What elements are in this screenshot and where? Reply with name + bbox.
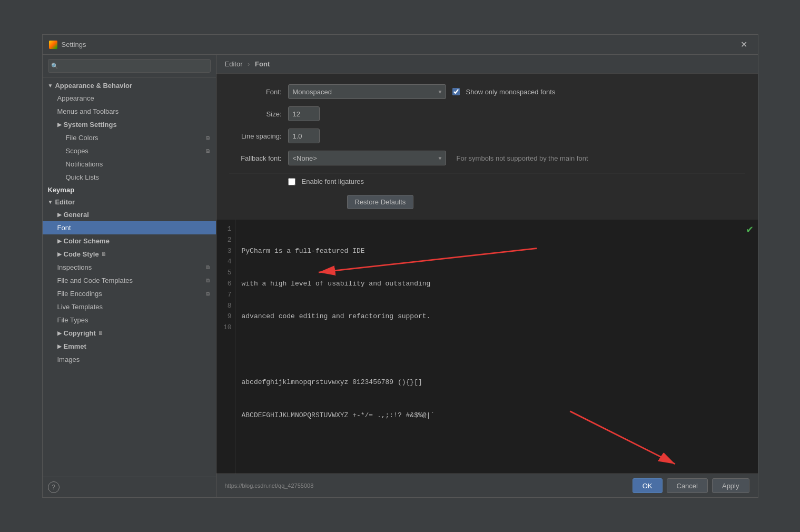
code-line-7 — [242, 443, 752, 454]
sidebar-item-notifications[interactable]: Notifications — [43, 157, 216, 171]
code-preview: PyCharm is a full-featured IDE with a hi… — [235, 220, 758, 474]
enable-ligatures-checkbox[interactable] — [288, 178, 295, 185]
check-mark-icon: ✔ — [746, 224, 754, 235]
fallback-font-select[interactable]: <None> — [288, 151, 446, 165]
sidebar-item-scopes[interactable]: Scopes 🗎 — [43, 144, 216, 157]
line-num: 3 — [222, 246, 232, 257]
sidebar-item-images[interactable]: Images — [43, 353, 216, 366]
line-num: 6 — [222, 279, 232, 290]
sidebar-item-live-templates[interactable]: Live Templates — [43, 300, 216, 313]
enable-ligatures-label: Enable font ligatures — [302, 178, 364, 185]
chevron-right-icon: ▶ — [57, 330, 62, 336]
sidebar-item-file-code-templates[interactable]: File and Code Templates 🗎 — [43, 274, 216, 287]
line-num: 1 — [222, 224, 232, 235]
chevron-right-icon: ▶ — [57, 343, 62, 349]
pycharm-icon — [49, 41, 57, 49]
apply-button[interactable]: Apply — [712, 478, 749, 493]
sidebar-item-color-scheme[interactable]: ▶ Color Scheme — [43, 234, 216, 248]
search-icon: 🔍 — [51, 63, 58, 70]
font-select-wrap: Monospaced Consolas Courier New ▼ — [288, 84, 446, 99]
sidebar-item-menus-toolbars[interactable]: Menus and Toolbars — [43, 105, 216, 118]
settings-window: Settings ✕ 🔍 ▼ Appearance & Behavior App… — [42, 34, 758, 498]
page-icon: 🗎 — [205, 278, 211, 283]
page-icon: 🗎 — [205, 135, 211, 141]
title-bar: Settings ✕ — [43, 35, 758, 55]
sidebar-item-file-types[interactable]: File Types — [43, 313, 216, 327]
size-input[interactable] — [288, 106, 320, 121]
page-icon: 🗎 — [205, 264, 211, 270]
line-num: 7 — [222, 290, 232, 301]
sidebar-item-general[interactable]: ▶ General — [43, 208, 216, 221]
nav-tree: ▼ Appearance & Behavior Appearance Menus… — [43, 77, 216, 477]
page-icon: 🗎 — [205, 148, 211, 154]
sidebar-item-appearance-behavior[interactable]: ▼ Appearance & Behavior — [43, 80, 216, 92]
font-label: Font: — [229, 88, 282, 96]
line-num: 5 — [222, 268, 232, 279]
code-line-1: PyCharm is a full-featured IDE — [242, 246, 752, 257]
show-monospaced-label: Show only monospaced fonts — [466, 88, 556, 96]
help-button[interactable]: ? — [48, 481, 60, 493]
line-num: 4 — [222, 257, 232, 268]
size-label: Size: — [229, 110, 282, 118]
window-body: 🔍 ▼ Appearance & Behavior Appearance Men… — [43, 55, 758, 497]
code-line-5: abcdefghijklmnopqrstuvwxyz 0123456789 ()… — [242, 377, 752, 388]
page-icon: 🗎 — [101, 251, 106, 257]
sidebar-item-font[interactable]: Font — [43, 221, 216, 234]
sidebar-item-copyright[interactable]: ▶ Copyright 🗎 — [43, 327, 216, 340]
url-hint: https://blog.csdn.net/qq_42755008 — [225, 482, 628, 489]
breadcrumb-current: Font — [255, 60, 270, 68]
chevron-right-icon: ▶ — [57, 122, 62, 127]
breadcrumb-parent: Editor — [225, 60, 243, 68]
breadcrumb-separator: › — [248, 60, 250, 68]
code-line-2: with a high level of usability and outst… — [242, 279, 752, 290]
breadcrumb: Editor › Font — [216, 55, 758, 74]
sidebar-item-keymap[interactable]: Keymap — [43, 184, 216, 196]
main-content: Editor › Font Font: Monospaced Consolas … — [216, 55, 758, 497]
chevron-right-icon: ▶ — [57, 212, 62, 218]
sidebar: 🔍 ▼ Appearance & Behavior Appearance Men… — [43, 55, 216, 497]
sidebar-item-inspections[interactable]: Inspections 🗎 — [43, 261, 216, 274]
sidebar-item-file-colors[interactable]: File Colors 🗎 — [43, 131, 216, 144]
font-select[interactable]: Monospaced Consolas Courier New — [288, 84, 446, 99]
fallback-hint: For symbols not supported by the main fo… — [457, 154, 588, 162]
sidebar-item-quick-lists[interactable]: Quick Lists — [43, 171, 216, 184]
restore-defaults-wrap: Restore Defaults — [288, 193, 745, 209]
sidebar-item-editor[interactable]: ▼ Editor — [43, 196, 216, 208]
settings-page: Editor › Font Font: Monospaced Consolas … — [216, 55, 758, 497]
fallback-font-label: Fallback font: — [229, 154, 282, 162]
line-spacing-input[interactable] — [288, 129, 320, 143]
line-num: 8 — [222, 301, 232, 312]
chevron-down-icon: ▼ — [48, 83, 53, 88]
show-monospaced-checkbox[interactable] — [452, 88, 460, 95]
line-numbers: 1 2 3 4 5 6 7 8 9 10 — [216, 220, 235, 474]
code-line-6: ABCDEFGHIJKLMNOPQRSTUVWXYZ +-*/= .,;:!? … — [242, 410, 752, 421]
line-spacing-label: Line spacing: — [229, 132, 282, 140]
sidebar-item-appearance[interactable]: Appearance — [43, 92, 216, 105]
search-input-wrap: 🔍 — [48, 59, 211, 73]
sidebar-item-emmet[interactable]: ▶ Emmet — [43, 340, 216, 353]
restore-defaults-button[interactable]: Restore Defaults — [347, 195, 414, 209]
page-icon: 🗎 — [205, 291, 211, 297]
code-line-4 — [242, 344, 752, 356]
ok-button[interactable]: OK — [633, 478, 663, 493]
search-input[interactable] — [48, 59, 211, 73]
line-num: 2 — [222, 235, 232, 246]
cancel-button[interactable]: Cancel — [667, 478, 708, 493]
footer-bar: https://blog.csdn.net/qq_42755008 OK Can… — [216, 474, 758, 497]
sidebar-item-file-encodings[interactable]: File Encodings 🗎 — [43, 287, 216, 300]
preview-area: 1 2 3 4 5 6 7 8 9 10 PyCharm is a — [216, 220, 758, 474]
fallback-font-row: Fallback font: <None> ▼ For symbols not … — [229, 151, 745, 165]
window-title: Settings — [62, 41, 736, 48]
divider — [229, 173, 745, 173]
sidebar-item-system-settings[interactable]: ▶ System Settings — [43, 118, 216, 131]
font-row: Font: Monospaced Consolas Courier New ▼ … — [229, 84, 745, 99]
chevron-right-icon: ▶ — [57, 238, 62, 244]
page-icon: 🗎 — [98, 330, 103, 336]
bottom-help: ? — [43, 477, 216, 497]
chevron-right-icon: ▶ — [57, 251, 62, 257]
sidebar-item-code-style[interactable]: ▶ Code Style 🗎 — [43, 248, 216, 261]
ligatures-row: Enable font ligatures — [229, 178, 745, 185]
fallback-font-select-wrap: <None> ▼ — [288, 151, 446, 165]
close-button[interactable]: ✕ — [736, 37, 752, 52]
line-spacing-row: Line spacing: — [229, 129, 745, 143]
